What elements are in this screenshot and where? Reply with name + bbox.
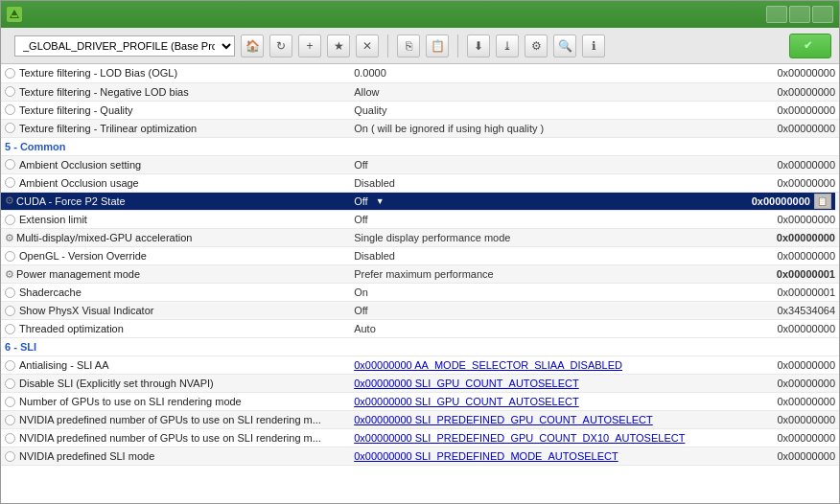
table-row: Antialising - SLI AA0x00000000 AA_MODE_S… [1,356,839,375]
table-row: NVIDIA predefined number of GPUs to use … [1,411,839,429]
hex-value: 0x00000001 [777,286,835,298]
chevron-down-icon: ▼ [376,196,385,206]
setting-value-link[interactable]: 0x00000000 SLI_PREDEFINED_GPU_COUNT_DX10… [354,432,685,444]
hex-value: 0x00000000 [777,177,835,189]
setting-value-link[interactable]: 0x00000000 SLI_PREDEFINED_MODE_AUTOSELEC… [354,450,618,462]
app-icon [7,7,22,22]
section-title: 6 - SLI [1,338,839,356]
radio-button[interactable] [5,215,15,225]
toolbar-add-button[interactable]: + [298,34,321,57]
toolbar-info-button[interactable]: ℹ [582,34,605,57]
setting-value-cell: Disabled [350,247,739,265]
radio-button[interactable] [5,68,15,79]
radio-button[interactable] [5,415,15,425]
setting-value-cell: Prefer maximum performance [350,265,739,284]
setting-name-cell: NVIDIA predefined SLI mode [1,447,350,466]
toolbar-delete-button[interactable]: ✕ [356,34,379,57]
radio-button[interactable] [5,306,15,316]
setting-name-cell: ⚙Power management mode [1,265,350,284]
setting-value-link[interactable]: 0x00000000 SLI_PREDEFINED_GPU_COUNT_AUTO… [354,414,653,425]
table-row: ⚙Power management modePrefer maximum per… [1,265,839,284]
toolbar-refresh-button[interactable]: ↻ [269,34,292,57]
table-row: OpenGL - Version OverrideDisabled0x00000… [1,247,839,265]
setting-name-cell: Texture filtering - Trilinear optimizati… [1,119,350,137]
setting-value-link[interactable]: 0x00000000 SLI_GPU_COUNT_AUTOSELECT [354,396,579,407]
setting-name: Antialising - SLI AA [19,359,109,371]
setting-name: Number of GPUs to use on SLI rendering m… [19,396,242,407]
radio-button[interactable] [5,397,15,407]
svg-rect-1 [12,15,17,17]
setting-value-cell: Allow [350,82,739,101]
table-row: NVIDIA predefined number of GPUs to use … [1,429,839,447]
hex-value: 0x00000000 [777,123,835,134]
hex-copy-button[interactable]: 📋 [814,194,831,209]
setting-value-cell: Off [350,211,739,229]
toolbar-star-button[interactable]: ★ [327,34,350,57]
setting-name: Power management mode [16,268,140,280]
radio-button[interactable] [5,177,15,188]
radio-button[interactable] [5,451,15,462]
setting-hex-cell: 0x00000000 [739,211,839,229]
radio-button[interactable] [5,104,15,115]
setting-name: Shadercache [19,286,82,298]
setting-name: Ambient Occlusion setting [19,159,141,171]
setting-hex-cell: 0x00000000 [739,429,839,447]
setting-value-cell: 0x00000000 AA_MODE_SELECTOR_SLIAA_DISABL… [350,356,739,375]
profile-select[interactable]: _GLOBAL_DRIVER_PROFILE (Base Profile) [14,35,235,57]
close-button[interactable] [812,6,833,23]
setting-value-link[interactable]: 0x00000000 AA_MODE_SELECTOR_SLIAA_DISABL… [354,359,622,371]
radio-button[interactable] [5,123,15,133]
setting-hex-cell: 0x00000000 [739,101,839,119]
setting-hex-cell: 0x00000000 [739,229,839,247]
radio-button[interactable] [5,378,15,389]
radio-button[interactable] [5,287,15,298]
setting-hex-cell: 0x00000000 [739,356,839,375]
hex-value: 0x00000000 [777,396,835,407]
table-row: Texture filtering - Negative LOD biasAll… [1,82,839,101]
maximize-button[interactable] [789,6,810,23]
section-header: 6 - SLI [1,338,839,356]
setting-hex-cell: 0x00000000 [739,447,839,466]
setting-name-cell: Extension limit [1,211,350,229]
setting-name-cell: Shadercache [1,284,350,302]
radio-button[interactable] [5,324,15,334]
apply-changes-button[interactable]: ✔ [789,34,831,58]
table-row: Show PhysX Visual IndicatorOff0x34534064 [1,302,839,320]
radio-button[interactable] [5,159,15,170]
setting-value-cell: 0x00000000 SLI_PREDEFINED_GPU_COUNT_DX10… [350,429,739,447]
hex-value: 0x00000000 [777,359,835,371]
main-area: Texture filtering - LOD Bias (OGL)0.0000… [1,64,839,504]
setting-name-cell: Texture filtering - Quality [1,101,350,119]
setting-value-cell: 0x00000000 SLI_GPU_COUNT_AUTOSELECT [350,375,739,393]
setting-name-cell: NVIDIA predefined number of GPUs to use … [1,411,350,429]
toolbar-copy-button[interactable]: ⎘ [397,34,420,57]
hex-value: 0x00000000 [777,250,835,262]
setting-hex-cell: 0x00000000 [739,320,839,338]
toolbar-down-button[interactable]: ⬇ [467,34,490,57]
radio-button[interactable] [5,433,15,444]
setting-name: NVIDIA predefined number of GPUs to use … [19,414,321,425]
toolbar-down2-button[interactable]: ⤓ [496,34,519,57]
minimize-button[interactable] [766,6,787,23]
dropdown-value[interactable]: Off [354,195,367,207]
hex-value: 0x34534064 [777,305,835,316]
toolbar-paste-button[interactable]: 📋 [426,34,449,57]
setting-name: Extension limit [19,214,87,225]
table-row: Disable SLI (Explicitly set through NVAP… [1,375,839,393]
setting-name-cell: Number of GPUs to use on SLI rendering m… [1,393,350,411]
setting-value-cell: Off [350,302,739,320]
setting-hex-cell: 0x00000001 [739,265,839,284]
radio-button[interactable] [5,251,15,262]
setting-value-cell: Off▼ [350,192,739,211]
toolbar-search-button[interactable]: 🔍 [553,34,576,57]
toolbar-home-button[interactable]: 🏠 [241,34,264,57]
settings-content[interactable]: Texture filtering - LOD Bias (OGL)0.0000… [1,64,839,504]
setting-hex-cell: 0x34534064 [739,302,839,320]
toolbar-settings-button[interactable]: ⚙ [525,34,548,57]
setting-name-cell: Antialising - SLI AA [1,356,350,375]
table-row: Ambient Occlusion settingOff0x00000000 [1,155,839,173]
radio-button[interactable] [5,86,15,97]
radio-button[interactable] [5,360,15,371]
setting-value-link[interactable]: 0x00000000 SLI_GPU_COUNT_AUTOSELECT [354,378,579,389]
setting-hex-cell: 0x00000000 [739,393,839,411]
